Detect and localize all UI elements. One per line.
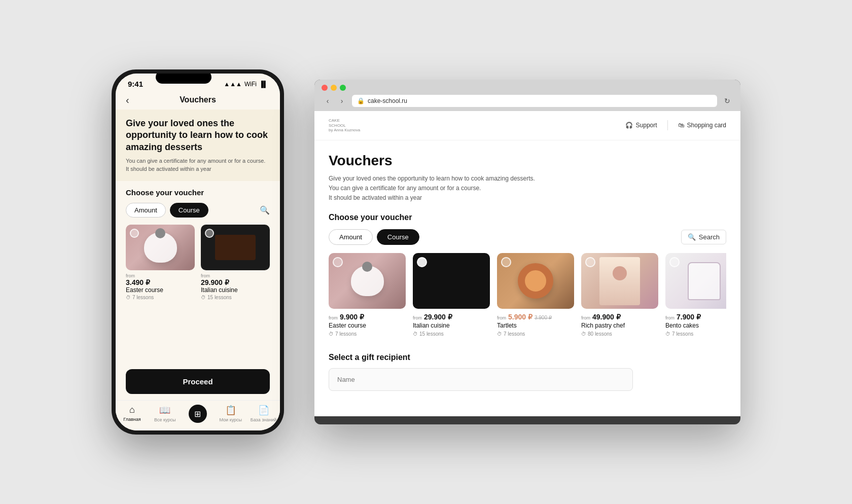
shopping-card-link[interactable]: 🛍 Shopping card	[678, 122, 726, 129]
browser-back-button[interactable]: ‹	[322, 95, 334, 107]
site-header-actions: 🎧 Support 🛍 Shopping card	[625, 120, 726, 130]
gift-section-title: Select a gift recipient	[329, 353, 726, 362]
phone-course-card-1[interactable]: from 3.490 ₽ Easter course ⏱ 7 lessons	[126, 225, 195, 300]
phone-nav-knowledge[interactable]: 📄 База знаний	[247, 405, 280, 424]
clock-icon-easter: ⏱	[329, 331, 334, 337]
site-logo: CAKE SCHOOL by Anna Kuznova	[329, 118, 360, 133]
traffic-light-fullscreen[interactable]	[340, 85, 346, 91]
clipboard-icon: 📋	[225, 405, 236, 416]
traffic-light-minimize[interactable]	[331, 85, 337, 91]
phone-nav-bar: ‹ Vouchers	[116, 90, 280, 110]
phone-card-from-1: from	[126, 273, 195, 278]
cake-shape-1	[144, 232, 177, 263]
phone-search-icon[interactable]: 🔍	[260, 205, 270, 215]
site-search-button[interactable]: 🔍 Search	[681, 230, 726, 244]
site-course-toggle[interactable]: Course	[377, 229, 419, 245]
site-course-card-rich[interactable]: from 49.900 ₽ Rich pastry chef ⏱ 80 less…	[581, 253, 658, 337]
site-toggle-row: Amount Course 🔍 Search	[329, 229, 726, 245]
phone-notch	[156, 74, 211, 84]
browser-nav-buttons: ‹ ›	[322, 95, 348, 107]
site-course-img-rich	[581, 253, 658, 309]
signal-icon: ▲▲▲	[224, 81, 242, 88]
phone-mockup: 9:41 ▲▲▲ WiFi ▐▌ ‹ Vouchers Give your lo…	[112, 69, 284, 435]
traffic-light-close[interactable]	[322, 85, 328, 91]
phone-bottom-nav: ⌂ Главная 📖 Все курсы ⊞ 📋 Мои курсы	[116, 400, 280, 430]
clock-icon-2: ⏱	[201, 295, 206, 300]
clock-icon-rich: ⏱	[581, 331, 586, 337]
site-amount-toggle[interactable]: Amount	[329, 229, 373, 245]
chocolate-bar	[215, 235, 256, 260]
desc-line-3: It should be activated within a year	[329, 193, 726, 203]
site-course-card-easter[interactable]: from 9.900 ₽ Easter course ⏱ 7 lessons	[329, 253, 406, 337]
site-course-card-italian[interactable]: from 29.900 ₽ Italian cuisine ⏱ 15 lesso…	[413, 253, 490, 337]
search-icon: 🔍	[688, 233, 696, 241]
support-link[interactable]: 🎧 Support	[625, 122, 657, 129]
desc-line-1: Give your loved ones the opportunity to …	[329, 174, 726, 184]
site-courses-row: from 9.900 ₽ Easter course ⏱ 7 lessons	[329, 253, 726, 341]
phone-proceed-bar: Proceed	[116, 363, 280, 400]
document-icon: 📄	[258, 405, 269, 416]
phone-nav-my-courses[interactable]: 📋 Мои курсы	[214, 405, 247, 424]
clock-icon-bento: ⏱	[665, 331, 670, 337]
bento-cake-shape	[688, 262, 721, 300]
phone-cards-row: from 3.490 ₽ Easter course ⏱ 7 lessons	[126, 225, 270, 300]
phone-card-lessons-2: ⏱ 15 lessons	[201, 295, 270, 300]
phone-course-card-2[interactable]: from 29.900 ₽ Italian cuisine ⏱ 15 lesso…	[201, 225, 270, 300]
phone-voucher-section: Choose your voucher Amount Course 🔍	[116, 181, 280, 363]
italian-price-row: from 29.900 ₽	[413, 313, 490, 321]
phone-card-price-1: 3.490 ₽	[126, 278, 195, 286]
phone-card-from-2: from	[201, 273, 270, 278]
site-header: CAKE SCHOOL by Anna Kuznova 🎧 Support 🛍 …	[314, 111, 740, 140]
gift-name-input[interactable]	[329, 368, 633, 391]
tartlets-lessons: ⏱ 7 lessons	[497, 331, 574, 337]
tartlets-price-row: from 5.900 ₽ 3.900 ₽	[497, 313, 574, 321]
site-course-card-tartlets[interactable]: from 5.900 ₽ 3.900 ₽ Tartlets ⏱ 7 lesson…	[497, 253, 574, 337]
phone-amount-toggle[interactable]: Amount	[126, 203, 166, 218]
clock-icon-italian: ⏱	[413, 331, 418, 337]
italian-lessons: ⏱ 15 lessons	[413, 331, 490, 337]
support-icon: 🎧	[625, 122, 633, 129]
course-radio-italian	[417, 257, 427, 267]
browser-reload-button[interactable]: ↻	[721, 95, 733, 107]
shopping-cart-icon: 🛍	[678, 122, 684, 129]
book-icon: 📖	[159, 405, 170, 416]
phone-hero-section: Give your loved ones the opportunity to …	[116, 110, 280, 181]
home-icon: ⌂	[129, 405, 135, 415]
site-course-img-tartlets	[497, 253, 574, 309]
rich-lessons: ⏱ 80 lessons	[581, 331, 658, 337]
phone-card-lessons-1: ⏱ 7 lessons	[126, 295, 195, 300]
phone-card-image-1	[126, 225, 195, 270]
site-content: Vouchers Give your loved ones the opport…	[314, 140, 740, 416]
battery-icon: ▐▌	[259, 81, 268, 88]
browser-traffic-lights	[322, 85, 733, 91]
desc-line-2: You can give a certificate for any amoun…	[329, 184, 726, 193]
phone-proceed-button[interactable]: Proceed	[126, 369, 270, 394]
bento-price-row: from 7.900 ₽	[665, 313, 726, 321]
phone-course-toggle[interactable]: Course	[170, 203, 208, 218]
phone-hero-subtitle: You can give a certificate for any amoun…	[126, 157, 270, 173]
browser-forward-button[interactable]: ›	[336, 95, 348, 107]
donut-shape	[518, 263, 553, 299]
phone-hero-title: Give your loved ones the opportunity to …	[126, 118, 270, 153]
calculator-icon: ⊞	[194, 409, 201, 419]
browser-chrome: ‹ › 🔒 cake-school.ru ↻	[314, 80, 740, 111]
calculator-icon-circle: ⊞	[189, 405, 207, 423]
site-course-img-easter	[329, 253, 406, 309]
phone-card-price-2: 29.900 ₽	[201, 278, 270, 286]
phone-card-radio-1	[130, 229, 139, 238]
bento-lessons: ⏱ 7 lessons	[665, 331, 726, 337]
browser-toolbar: ‹ › 🔒 cake-school.ru ↻	[322, 95, 733, 111]
browser-mockup: ‹ › 🔒 cake-school.ru ↻ CAKE SCHOOL by An…	[314, 80, 740, 424]
phone-icons: ▲▲▲ WiFi ▐▌	[224, 81, 268, 88]
browser-address-bar[interactable]: 🔒 cake-school.ru	[352, 95, 717, 107]
easter-cake	[351, 266, 384, 296]
phone-toggle-row: Amount Course 🔍	[126, 203, 270, 218]
phone-nav-home[interactable]: ⌂ Главная	[116, 405, 149, 424]
phone-nav-calculator[interactable]: ⊞	[182, 405, 215, 424]
site-course-card-bento[interactable]: from 7.900 ₽ Bento cakes ⏱ 7 lessons	[665, 253, 726, 337]
phone-section-title: Choose your voucher	[126, 188, 270, 197]
phone-card-name-1: Easter course	[126, 286, 195, 294]
phone-back-button[interactable]: ‹	[126, 94, 129, 106]
easter-cake-deco	[362, 262, 372, 272]
phone-nav-courses[interactable]: 📖 Все курсы	[149, 405, 182, 424]
